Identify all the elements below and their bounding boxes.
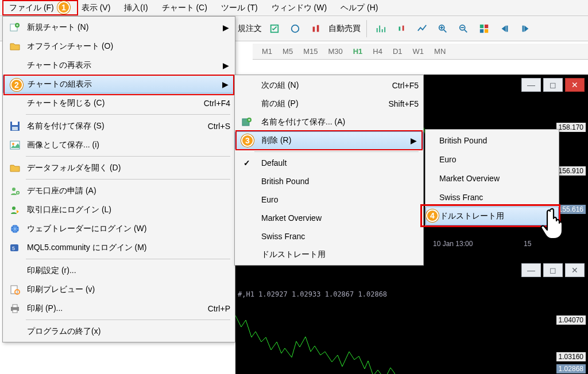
zoom-out-icon[interactable]	[454, 20, 473, 38]
arrow-icon: ▶	[221, 61, 230, 70]
toolbar-icon-a[interactable]	[265, 20, 284, 38]
profiles-next-label: 次の組 (N)	[257, 80, 367, 91]
minimize-button-1[interactable]: —	[521, 78, 541, 92]
tf-mn[interactable]: MN	[430, 46, 450, 57]
svg-rect-28	[13, 305, 17, 307]
profiles-next[interactable]: 次の組 (N)Ctrl+F5	[235, 76, 423, 95]
line-chart-icon[interactable]	[413, 20, 431, 38]
svg-rect-29	[13, 310, 17, 313]
svg-rect-16	[12, 127, 18, 130]
svg-rect-8	[480, 29, 483, 32]
svg-point-19	[12, 188, 16, 191]
tf-h1[interactable]: H1	[349, 46, 368, 57]
menu-save-as[interactable]: 名前を付けて保存 (S) Ctrl+S	[3, 116, 235, 135]
profiles-default[interactable]: ✓Default	[235, 154, 423, 172]
toolbar-icon-c[interactable]	[307, 20, 325, 38]
tf-m1[interactable]: M1	[257, 46, 277, 57]
menu-print-preview-label: 印刷プレビュー (v)	[25, 285, 230, 295]
menu-offline-chart[interactable]: オフラインチャート (O)	[3, 37, 235, 56]
menu-print-setup-label: 印刷設定 (r)...	[25, 266, 230, 276]
profiles-dollar-straight[interactable]: ドルストレート用	[235, 246, 423, 264]
user-login-icon	[10, 205, 20, 215]
delete-swiss-franc[interactable]: Swiss Franc	[425, 188, 559, 207]
delete-market-overview[interactable]: Market Overview	[425, 169, 559, 188]
menu-print-setup[interactable]: 印刷設定 (r)...	[3, 261, 235, 280]
menubar: ファイル (F) 表示 (V) 挿入(I) チャート (C) ツール (T) ウ…	[0, 0, 588, 16]
window-controls-2: — ◻ ✕	[521, 263, 585, 277]
menu-window[interactable]: ウィンドウ (W)	[265, 1, 334, 15]
profiles-british-pound[interactable]: British Pound	[235, 172, 423, 190]
profiles-save-as[interactable]: 名前を付けて保存... (A)	[235, 113, 423, 131]
profiles-default-label: Default	[257, 158, 419, 167]
tf-m30[interactable]: M30	[323, 46, 347, 57]
chart2-price-cur: 1.02868	[556, 364, 586, 373]
tf-h4[interactable]: H4	[368, 46, 387, 57]
menu-login-web-label: ウェブトレーダーにログイン (W)	[25, 224, 230, 234]
menu-profiles-label: チャートの組表示	[25, 79, 220, 89]
menu-save-as-label: 名前を付けて保存 (S)	[25, 121, 184, 131]
badge-3: 3	[241, 134, 254, 147]
shortcut-save: Ctrl+S	[184, 122, 230, 131]
profiles-euro[interactable]: Euro	[235, 190, 423, 209]
tf-d1[interactable]: D1	[388, 46, 407, 57]
menu-redisplay[interactable]: チャートの再表示 ▶	[3, 56, 235, 75]
menu-demo-account[interactable]: デモ口座の申請 (A)	[3, 181, 235, 200]
tf-w1[interactable]: W1	[408, 46, 429, 57]
save-plus-icon	[242, 117, 252, 127]
chart1-time-2: 15	[524, 240, 531, 248]
chart2-title: #,H1 1.02927 1.02933 1.02867 1.02868	[238, 290, 387, 298]
toolbar-auto-trade-label[interactable]: 自動売買	[326, 24, 363, 34]
grid-icon[interactable]	[475, 20, 493, 38]
menu-help[interactable]: ヘルプ (H)	[334, 1, 385, 15]
menu-insert[interactable]: 挿入(I)	[117, 1, 154, 15]
chart2-price-mid: 1.03160	[556, 352, 586, 361]
delete-british-pound[interactable]: British Pound	[425, 131, 559, 150]
menu-print[interactable]: 印刷 (P)... Ctrl+P	[3, 299, 235, 318]
menu-new-chart[interactable]: 新規チャート (N) ▶	[3, 18, 235, 37]
svg-rect-10	[506, 25, 508, 32]
menu-tools[interactable]: ツール (T)	[214, 1, 265, 15]
close-button-1[interactable]: ✕	[565, 78, 585, 92]
tf-m15[interactable]: M15	[299, 46, 322, 57]
toolbar-icon-b[interactable]	[286, 20, 304, 38]
menu-login-web[interactable]: ウェブトレーダーにログイン (W)	[3, 219, 235, 238]
menu-close-chart-label: チャートを閉じる (C)	[25, 98, 184, 108]
menu-file[interactable]: ファイル (F)	[2, 1, 61, 15]
candle-chart-icon[interactable]	[392, 20, 411, 38]
tf-m5[interactable]: M5	[278, 46, 297, 57]
step-back-icon[interactable]	[496, 20, 514, 38]
check-icon: ✓	[237, 158, 257, 167]
profiles-delete[interactable]: 削除 (R)▶	[235, 131, 423, 150]
menu-open-data-folder[interactable]: データフォルダを開く (D)	[3, 158, 235, 177]
shortcut-next: Ctrl+F5	[367, 81, 419, 90]
menu-login-trade-label: 取引口座にログイン (L)	[25, 205, 230, 215]
delete-dollar-straight[interactable]: ドルストレート用	[425, 207, 559, 225]
menu-profiles[interactable]: チャートの組表示 ▶	[3, 75, 235, 94]
menu-chart[interactable]: チャート (C)	[155, 1, 214, 15]
maximize-button-1[interactable]: ◻	[543, 78, 563, 92]
zoom-in-icon[interactable]	[434, 20, 452, 38]
menu-new-chart-label: 新規チャート (N)	[25, 22, 221, 33]
badge-4: 4	[426, 209, 439, 222]
shortcut-close: Ctrl+F4	[184, 99, 230, 108]
toolbar-new-order-label[interactable]: 規注文	[235, 24, 264, 34]
minimize-button-2[interactable]: —	[521, 263, 541, 277]
menu-print-preview[interactable]: 印刷プレビュー (v)	[3, 280, 235, 299]
menu-login-mql5[interactable]: 5 MQL5.community にログイン (M)	[3, 238, 235, 257]
svg-rect-2	[399, 26, 401, 30]
menu-exit[interactable]: プログラムの終了(x)	[3, 322, 235, 341]
profiles-delete-label: 削除 (R)	[257, 135, 409, 146]
bar-chart-icon[interactable]	[372, 20, 390, 38]
close-button-2[interactable]: ✕	[565, 263, 585, 277]
menu-save-image[interactable]: 画像として保存... (i)	[3, 135, 235, 154]
profiles-market-overview[interactable]: Market Overview	[235, 209, 423, 227]
profiles-swiss-franc[interactable]: Swiss Franc	[235, 227, 423, 246]
menu-view[interactable]: 表示 (V)	[75, 1, 118, 15]
profiles-prev[interactable]: 前の組 (P)Shift+F5	[235, 95, 423, 113]
step-fwd-icon[interactable]	[516, 20, 535, 38]
delete-swiss-franc-label: Swiss Franc	[437, 193, 554, 202]
delete-euro[interactable]: Euro	[425, 150, 559, 169]
maximize-button-2[interactable]: ◻	[543, 263, 563, 277]
menu-login-trade[interactable]: 取引口座にログイン (L)	[3, 200, 235, 219]
menu-close-chart[interactable]: チャートを閉じる (C) Ctrl+F4	[3, 94, 235, 112]
